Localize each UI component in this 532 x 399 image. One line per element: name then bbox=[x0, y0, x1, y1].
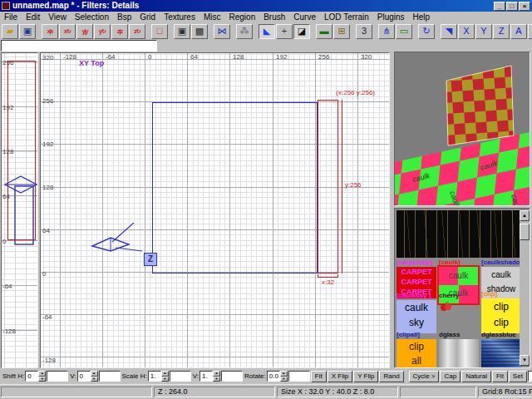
menu-misc[interactable]: Misc bbox=[200, 12, 225, 22]
scale-h-spinner[interactable]: 1.▲▼ bbox=[148, 371, 169, 382]
texture-swatch-dglass[interactable] bbox=[439, 339, 479, 368]
corner-window-button[interactable]: ◥ bbox=[441, 24, 457, 39]
texture-name-caulk[interactable]: [caulk] bbox=[439, 259, 461, 266]
rotate-step-field[interactable] bbox=[288, 371, 310, 382]
view-a-button[interactable]: A bbox=[510, 24, 527, 39]
view-x-button[interactable]: X bbox=[458, 24, 475, 39]
select-touching-button[interactable]: □ bbox=[151, 24, 168, 39]
shift-v-spinner[interactable]: 0▲▼ bbox=[77, 371, 98, 382]
rotate-x-button[interactable]: x↻ bbox=[59, 24, 76, 39]
menu-bsp[interactable]: Bsp bbox=[113, 12, 135, 22]
scale-h-spin-arrows[interactable]: ▲▼ bbox=[161, 371, 169, 382]
branch-button[interactable]: ⋔ bbox=[378, 24, 395, 39]
texture-swatch-caulksky[interactable]: caulksky bbox=[397, 300, 436, 333]
save-file-button[interactable]: ▣ bbox=[19, 24, 36, 39]
texture-swatch-clipall[interactable]: clipall bbox=[397, 339, 436, 368]
flip-y-button[interactable]: y|y bbox=[76, 24, 93, 39]
texture-swatch-clip[interactable]: clipclip bbox=[481, 298, 521, 333]
csg-merge-button[interactable]: ▩ bbox=[191, 24, 208, 39]
shift-v-value[interactable]: 0 bbox=[77, 371, 91, 382]
camera-3d-view[interactable]: caulk caulk caulk caulk bbox=[394, 52, 530, 206]
menu-file[interactable]: File bbox=[0, 12, 22, 22]
clipper-button[interactable]: + bbox=[276, 24, 293, 39]
texture-swatch-barbwire[interactable] bbox=[397, 210, 521, 258]
shift-v-step-field[interactable] bbox=[99, 371, 121, 382]
scale-v-value[interactable]: 1. bbox=[200, 371, 213, 382]
set-button[interactable]: Set bbox=[509, 371, 527, 382]
natural-button[interactable]: Natural bbox=[461, 371, 491, 382]
texture-swatch-cherry[interactable] bbox=[439, 300, 452, 312]
open-file-button[interactable]: ▰ bbox=[2, 24, 18, 39]
shift-v-spin-arrows[interactable]: ▲▼ bbox=[91, 371, 98, 382]
selected-brush[interactable] bbox=[318, 100, 338, 273]
menu-curve[interactable]: Curve bbox=[289, 12, 320, 22]
texture-name-carpetclip[interactable]: [carpetclip] bbox=[397, 259, 432, 266]
fit-2-button[interactable]: Fit bbox=[492, 371, 508, 382]
rotate-spinner[interactable]: 0.0▲▼ bbox=[267, 371, 288, 382]
scale-v-spinner[interactable]: 1.▲▼ bbox=[200, 371, 220, 382]
flip-z-button[interactable]: z|z bbox=[111, 24, 128, 39]
xy-top-view[interactable]: -128-64064128192256320 320256192128640-6… bbox=[40, 52, 390, 368]
texture-filter-input[interactable] bbox=[1, 40, 157, 52]
menu-grid[interactable]: Grid bbox=[135, 12, 160, 22]
menu-region[interactable]: Region bbox=[225, 12, 260, 22]
texture-name-clipall[interactable]: [clipall] bbox=[397, 332, 420, 338]
menu-plugins[interactable]: Plugins bbox=[373, 12, 409, 22]
show-3d-button[interactable]: 3 bbox=[356, 24, 372, 39]
shift-h-value[interactable]: 0 bbox=[25, 371, 38, 382]
menu-view[interactable]: View bbox=[44, 12, 71, 22]
scale-v-spin-arrows[interactable]: ▲▼ bbox=[213, 371, 220, 382]
hide-entities-button[interactable]: ⊘ bbox=[528, 24, 532, 39]
close-button[interactable]: × bbox=[519, 2, 530, 11]
texture-scrollbar[interactable]: ▲ ▼ bbox=[520, 210, 530, 366]
x-flip-button[interactable]: X Flip bbox=[328, 371, 352, 382]
refresh-button[interactable]: ↻ bbox=[418, 24, 435, 39]
y-flip-button[interactable]: Y Flip bbox=[353, 371, 378, 382]
rotate-y-button[interactable]: y↻ bbox=[94, 24, 111, 39]
scroll-down-button[interactable]: ▼ bbox=[520, 355, 530, 366]
menu-textures[interactable]: Textures bbox=[160, 12, 200, 22]
menu-help[interactable]: Help bbox=[409, 12, 435, 22]
spin-down-icon[interactable]: ▼ bbox=[38, 377, 46, 382]
z-entity-marker[interactable]: Z bbox=[144, 253, 157, 266]
spin-down-icon[interactable]: ▼ bbox=[280, 377, 288, 382]
fit-button[interactable]: Fit bbox=[311, 371, 327, 382]
shift-h-spin-arrows[interactable]: ▲▼ bbox=[38, 371, 46, 382]
texture-name-clip[interactable]: [clip] bbox=[481, 291, 497, 298]
texture-browser[interactable]: [carpetclip]CARPETCARPETCARPET[caulk]cau… bbox=[394, 208, 530, 368]
monitor-button[interactable]: ▭ bbox=[396, 24, 412, 39]
restore-button[interactable]: □ bbox=[506, 2, 518, 11]
flip-x-button[interactable]: x|x bbox=[42, 24, 58, 39]
menu-brush[interactable]: Brush bbox=[259, 12, 289, 22]
rotate-spin-arrows[interactable]: ▲▼ bbox=[280, 371, 288, 382]
scroll-thumb[interactable] bbox=[520, 224, 530, 240]
minimize-button[interactable]: _ bbox=[494, 2, 505, 11]
rand-button[interactable]: Rand bbox=[379, 371, 403, 382]
hollow-button[interactable]: ⋈ bbox=[214, 24, 230, 39]
menu-selection[interactable]: Selection bbox=[71, 12, 113, 22]
toggle-view-button[interactable]: ◪ bbox=[293, 24, 310, 39]
wand-button[interactable]: ⁂ bbox=[236, 24, 253, 39]
menu-lod-terrain[interactable]: LOD Terrain bbox=[320, 12, 373, 22]
extra-1-field[interactable] bbox=[528, 371, 532, 382]
scale-v-step-field[interactable] bbox=[221, 371, 243, 382]
texture-name-dglassblue[interactable]: dglassblue bbox=[481, 332, 516, 338]
rotate-z-button[interactable]: z↻ bbox=[129, 24, 145, 39]
menu-edit[interactable]: Edit bbox=[22, 12, 44, 22]
texture-name-dglass[interactable]: dglass bbox=[439, 332, 460, 338]
entity-inspector-button[interactable]: ⊞ bbox=[333, 24, 350, 39]
cycle-button[interactable]: Cycle > bbox=[409, 371, 440, 382]
texture-name-cherry[interactable]: cherry bbox=[439, 293, 459, 299]
texture-swatch-dglassblue[interactable] bbox=[481, 339, 522, 368]
spin-down-icon[interactable]: ▼ bbox=[91, 377, 98, 382]
view-z-button[interactable]: Z bbox=[493, 24, 510, 39]
scale-h-step-field[interactable] bbox=[170, 371, 191, 382]
cap-button[interactable]: Cap bbox=[440, 371, 461, 382]
shift-h-spinner[interactable]: 0▲▼ bbox=[25, 371, 46, 382]
texture-name-caulksky[interactable]: [caulksky ] bbox=[397, 293, 431, 299]
spin-down-icon[interactable]: ▼ bbox=[213, 377, 220, 382]
csg-subtract-button[interactable]: ▣ bbox=[174, 24, 190, 39]
z-axis-view[interactable]: 256192128640-64-128 bbox=[1, 52, 38, 368]
rotate-value[interactable]: 0.0 bbox=[267, 371, 280, 382]
scroll-up-button[interactable]: ▲ bbox=[520, 210, 530, 221]
